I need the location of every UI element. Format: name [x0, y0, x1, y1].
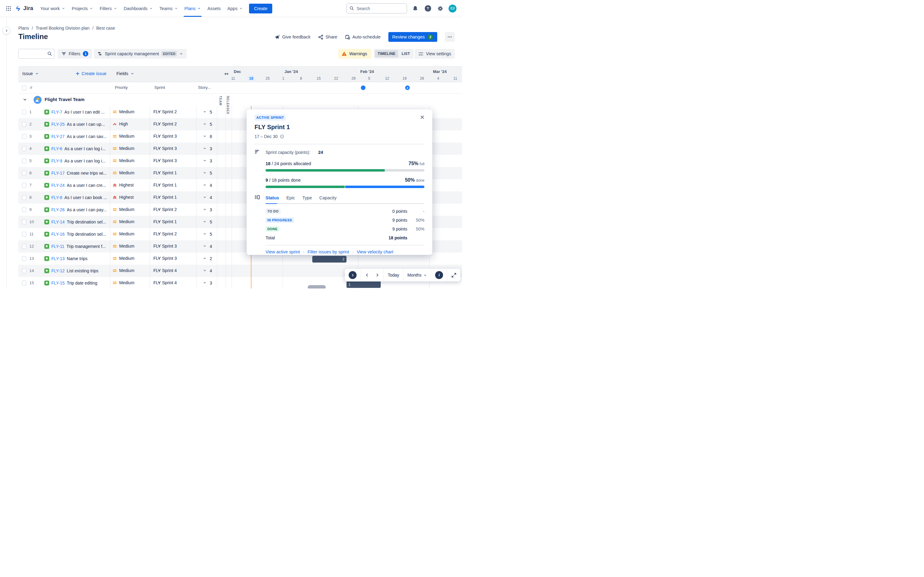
- tab-status[interactable]: Status: [265, 195, 279, 200]
- collapse-columns-icon[interactable]: [224, 71, 229, 77]
- scroll-right-button[interactable]: [375, 273, 380, 277]
- search-icon: [47, 51, 52, 57]
- review-changes-button[interactable]: Review changes 2: [388, 32, 437, 42]
- status-lozenge: IN PROGRESS: [265, 218, 294, 223]
- popup-link-view-velocity-chart[interactable]: View velocity chart: [357, 250, 393, 254]
- row-checkbox[interactable]: [22, 195, 26, 200]
- issue-key-link[interactable]: FLY-16: [51, 232, 65, 237]
- issue-key-link[interactable]: FLY-13: [51, 256, 65, 261]
- app-switcher-icon[interactable]: [4, 4, 13, 13]
- breadcrumb-link[interactable]: Travel Booking Division plan: [36, 26, 89, 31]
- popup-link-filter-issues-by-sprint[interactable]: Filter issues by sprint: [307, 250, 349, 254]
- help-icon[interactable]: ?: [423, 4, 432, 13]
- tab-epic[interactable]: Epic: [286, 195, 295, 200]
- issue-title: Trip date editing: [67, 280, 97, 285]
- priority-highest-icon: [112, 195, 117, 200]
- share-button[interactable]: Share: [318, 34, 337, 40]
- auto-schedule-button[interactable]: Auto-schedule: [345, 34, 381, 40]
- gantt-bar[interactable]: 2: [312, 256, 347, 263]
- issue-key-link[interactable]: FLY-25: [51, 122, 65, 127]
- create-issue-button[interactable]: Create issue: [76, 71, 106, 76]
- row-checkbox[interactable]: [22, 219, 26, 224]
- issue-menu[interactable]: Issue: [22, 71, 39, 76]
- settings-icon[interactable]: [436, 4, 444, 13]
- story-icon: [44, 146, 49, 151]
- story-points-value: 4: [196, 268, 212, 273]
- issue-key-link[interactable]: FLY-26: [51, 207, 65, 212]
- filters-button[interactable]: Filters 1: [58, 49, 92, 59]
- timeline-mode-button[interactable]: TIMELINE: [375, 50, 398, 57]
- row-checkbox[interactable]: [22, 232, 26, 237]
- row-checkbox[interactable]: [22, 134, 26, 139]
- create-button[interactable]: Create: [249, 4, 272, 13]
- nav-item-teams[interactable]: Teams: [156, 0, 181, 17]
- row-checkbox[interactable]: [22, 122, 26, 127]
- issue-key-link[interactable]: FLY-7: [51, 110, 62, 114]
- breadcrumb-link[interactable]: Plans: [18, 26, 29, 31]
- warnings-button[interactable]: Warnings: [338, 49, 371, 59]
- avatar[interactable]: CJ: [449, 5, 457, 13]
- notifications-icon[interactable]: [411, 4, 420, 13]
- nav-item-plans[interactable]: Plans: [181, 0, 204, 17]
- issue-key-link[interactable]: FLY-11: [51, 244, 65, 249]
- issue-key-link[interactable]: FLY-24: [51, 183, 65, 188]
- row-checkbox[interactable]: [22, 146, 26, 151]
- nav-item-your-work[interactable]: Your work: [37, 0, 68, 17]
- nav-item-filters[interactable]: Filters: [96, 0, 120, 17]
- nav-item-dashboards[interactable]: Dashboards: [120, 0, 156, 17]
- popup-link-view-active-sprint[interactable]: View active sprint: [265, 250, 300, 254]
- nav-item-assets[interactable]: Assets: [204, 0, 224, 17]
- tab-capacity[interactable]: Capacity: [319, 195, 336, 200]
- release-marker[interactable]: [361, 85, 365, 90]
- tab-type[interactable]: Type: [302, 195, 312, 200]
- sidebar-divider: [6, 17, 7, 288]
- search-input[interactable]: [347, 3, 407, 13]
- issue-key-link[interactable]: FLY-6: [51, 146, 62, 151]
- scroll-left-button[interactable]: [365, 273, 369, 277]
- row-checkbox[interactable]: [22, 207, 26, 212]
- issue-key-link[interactable]: FLY-17: [51, 171, 65, 176]
- collapse-team-icon[interactable]: [23, 98, 27, 103]
- give-feedback-button[interactable]: Give feedback: [275, 34, 310, 40]
- expand-panel-button[interactable]: [349, 271, 357, 279]
- breadcrumb-link[interactable]: Best case: [96, 26, 115, 31]
- expand-sidebar-button[interactable]: [2, 27, 10, 34]
- total-row: Total 18 points: [265, 233, 425, 242]
- close-icon[interactable]: [420, 115, 425, 120]
- fields-menu[interactable]: Fields: [116, 71, 134, 76]
- gantt-bar[interactable]: 1: [347, 281, 381, 288]
- row-checkbox[interactable]: [22, 280, 26, 285]
- gantt-bar[interactable]: [308, 285, 326, 288]
- today-button[interactable]: Today: [388, 272, 399, 277]
- tab-underline: [265, 203, 425, 204]
- row-checkbox[interactable]: [22, 268, 26, 273]
- row-checkbox[interactable]: [22, 244, 26, 249]
- row-checkbox[interactable]: [22, 158, 26, 163]
- issue-key-link[interactable]: FLY-14: [51, 219, 65, 224]
- view-settings-button[interactable]: View settings: [415, 49, 455, 59]
- week-tick: 12: [383, 76, 391, 81]
- issue-key-link[interactable]: FLY-9: [51, 158, 62, 163]
- issue-key-link[interactable]: FLY-27: [51, 134, 65, 139]
- nav-item-apps[interactable]: Apps: [224, 0, 246, 17]
- info-icon[interactable]: [280, 134, 284, 139]
- priority-medium-icon: [112, 146, 117, 151]
- saved-view-button[interactable]: Sprint capacity management EDITED: [94, 49, 187, 59]
- issue-key-link[interactable]: FLY-12: [51, 268, 65, 273]
- row-checkbox[interactable]: [22, 110, 26, 114]
- row-checkbox[interactable]: [22, 256, 26, 261]
- issue-key-link[interactable]: FLY-8: [51, 195, 62, 200]
- priority-medium-icon: [112, 232, 117, 236]
- row-checkbox[interactable]: [22, 171, 26, 176]
- release-marker[interactable]: 2: [405, 85, 410, 90]
- list-mode-button[interactable]: LIST: [399, 50, 412, 57]
- nav-item-projects[interactable]: Projects: [68, 0, 96, 17]
- fullscreen-button[interactable]: [451, 272, 457, 278]
- select-all-checkbox[interactable]: [22, 85, 26, 90]
- issue-key-link[interactable]: FLY-15: [51, 280, 65, 285]
- zoom-level-select[interactable]: Months: [407, 272, 427, 277]
- info-button[interactable]: i: [435, 271, 443, 279]
- row-checkbox[interactable]: [22, 183, 26, 188]
- more-actions-button[interactable]: [445, 32, 455, 42]
- jira-logo[interactable]: Jira: [15, 5, 33, 12]
